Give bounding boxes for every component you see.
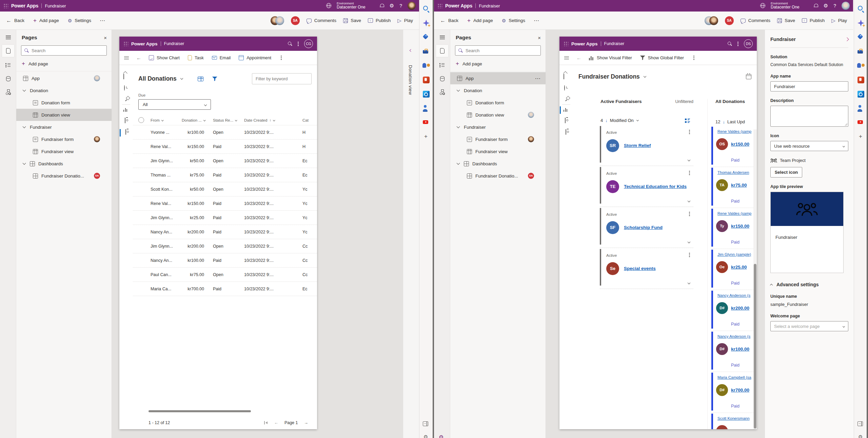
edit-filters-icon[interactable] [212,76,217,81]
sidebar-page-app[interactable]: App [16,72,112,84]
donor-link[interactable]: Nancy Anderson (s [717,293,750,297]
description-field[interactable] [770,106,848,127]
expand-card-icon[interactable] [688,159,690,161]
pages-search[interactable] [455,45,541,56]
donation-amount-link[interactable]: kr200.00 [731,306,749,311]
donation-card[interactable]: Scott Konersmann Oe [711,413,757,429]
expand-chevron-icon[interactable] [23,126,26,128]
search-icon[interactable] [857,5,865,13]
add-sidebar-item-icon[interactable] [422,133,430,141]
donation-row[interactable]: Jim Glynn... kr25.00 Paid 10/23/2022 9:.… [133,211,317,225]
donation-row[interactable]: Jim Glynn... kr200.00 Open 10/23/2022 9:… [133,239,317,253]
sidebar-page-donation-form[interactable]: Donation form [16,97,112,109]
fundraiser-link[interactable]: Technical Education for Kids [624,184,687,189]
first-page-icon[interactable] [264,421,268,425]
donation-card[interactable]: Nancy Anderson (s D# kr200.00 Paid [711,290,757,331]
user-initials-avatar[interactable]: DS [744,39,753,48]
office-icon[interactable] [857,76,865,84]
donation-row[interactable]: Yvonne ... kr100.00 Open 10/23/2022 9:..… [133,125,317,140]
sidebar-page-donation-view[interactable]: Donation view [450,109,546,121]
help-icon[interactable]: ? [399,3,402,8]
dashboards-nav-icon[interactable] [564,108,569,112]
previous-page-icon[interactable]: ← [274,420,278,425]
stream-filter-label[interactable]: Unfiltered [675,99,694,104]
settings-gear-icon[interactable]: ⚙ [390,3,394,8]
expand-chevron-icon[interactable] [23,163,26,164]
add-page-item[interactable]: +Add page [16,56,112,71]
sidebar-page-fundraiser-donations[interactable]: Fundraiser Donatio... SA [450,170,546,182]
account-avatar[interactable] [408,2,416,10]
donor-link[interactable]: Thomas Andersen [717,170,749,174]
horizontal-scrollbar[interactable] [149,410,251,412]
collapse-panel-chevron[interactable] [845,37,849,41]
collapse-rail-icon[interactable] [4,33,12,41]
pages-search-input[interactable] [466,48,538,53]
toolbar-item[interactable]: Show Chart [149,55,180,60]
sidebar-page-donation-form[interactable]: Donation form [450,97,546,109]
rail-settings-icon[interactable]: ⚙ [439,434,443,438]
sidebar-collapse-icon[interactable] [857,420,865,428]
more-icon[interactable] [737,43,738,44]
more-icon[interactable] [298,43,299,44]
forms-nav-icon[interactable] [565,118,566,123]
recent-icon[interactable] [124,85,125,91]
donation-amount-link[interactable]: kr150.00 [731,224,749,229]
sidebar-page-fundraiser-donations[interactable]: Fundraiser Donatio... SA [16,170,112,182]
waffle-icon[interactable] [564,41,568,46]
dashboards-nav-icon[interactable] [123,108,129,112]
toolbar-item[interactable]: Email [212,55,231,60]
sidebar-page-app[interactable]: App ··· [450,72,546,84]
donation-amount-link[interactable]: kr25.00 [731,265,747,270]
more-commands-button[interactable]: ··· [100,18,105,23]
expand-card-icon[interactable] [688,281,690,284]
expand-chevron-icon[interactable] [23,90,26,91]
account-avatar[interactable] [842,2,850,10]
icon-select[interactable]: Use web resource [770,141,848,151]
rail-automation-icon[interactable] [4,88,12,96]
donation-amount-link[interactable]: kr75.00 [731,183,747,188]
select-icon-button[interactable]: Select icon [770,167,802,178]
donor-link[interactable]: Maria Campbell (sa [717,375,751,379]
toolbar-item[interactable]: Show Visual Filter [589,55,632,60]
youtube-icon[interactable] [857,119,865,127]
settings-button[interactable]: ⚙Settings [68,18,91,23]
toolbar-item[interactable]: Task [188,55,204,60]
rail-navigation-icon[interactable] [438,61,446,69]
copilot-icon[interactable] [857,19,865,27]
back-icon[interactable]: ← [576,55,581,61]
coauthor-badge[interactable]: SA [291,16,300,25]
sort-field[interactable]: Last Upd [727,119,745,124]
donation-amount-link[interactable]: kr100.00 [731,347,749,352]
donor-link[interactable]: Scott Konersmann [717,416,750,420]
nav-toggle-icon[interactable] [124,56,129,60]
select-all-checkbox[interactable] [138,117,144,123]
play-button[interactable]: ▷Play [397,18,413,23]
close-panel-icon[interactable]: × [104,35,107,41]
search-icon[interactable] [422,5,430,13]
card-menu-icon[interactable] [689,131,690,132]
publish-button[interactable]: Publish [368,18,391,23]
add-page-button[interactable]: +Add page [33,17,59,24]
add-page-button[interactable]: +Add page [467,17,493,24]
coauthor-avatar[interactable] [275,16,284,25]
forms-nav-icon[interactable] [125,118,125,123]
add-person-icon[interactable] [857,104,865,112]
app-name-field[interactable]: Fundraiser [770,81,848,91]
rail-data-icon[interactable] [438,75,446,83]
sidebar-collapse-icon[interactable] [422,420,430,428]
donation-card[interactable]: Thomas Andersen TA kr75.00 Paid [711,167,757,208]
due-select[interactable]: All [138,99,211,110]
save-button[interactable]: Save [777,18,795,23]
donor-link[interactable]: Rene Valdes (samp [717,129,751,133]
expand-card-icon[interactable] [688,241,690,243]
settings-button[interactable]: ⚙Settings [502,18,525,23]
back-icon[interactable]: ← [136,55,141,61]
donor-link[interactable]: Nancy Anderson (s [717,334,750,338]
column-date-created[interactable]: Date Created↑ [244,118,302,122]
back-button[interactable]: ←Back [6,18,24,24]
more-commands-button[interactable]: ··· [534,18,539,23]
home-icon[interactable] [564,74,564,79]
comments-button[interactable]: Comments [307,18,336,23]
nav-toggle-icon[interactable] [564,56,569,60]
keyword-filter-input[interactable] [256,77,308,81]
